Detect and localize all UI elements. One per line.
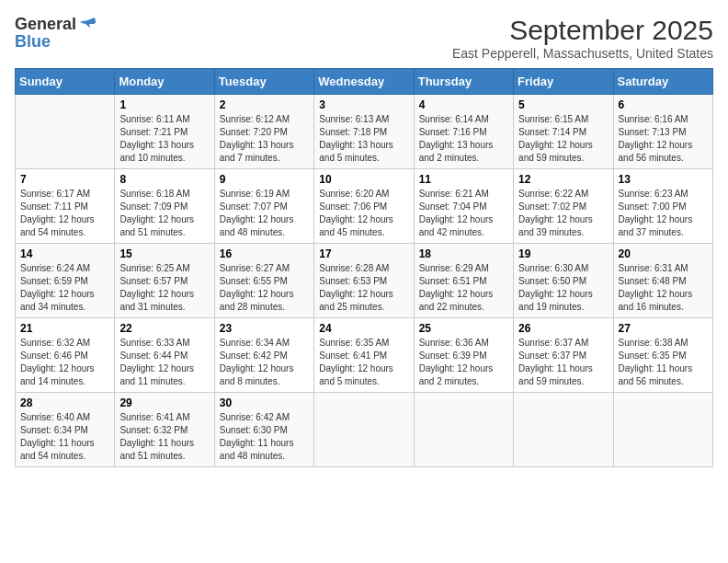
day-number: 17 (319, 247, 408, 260)
day-header-tuesday: Tuesday (214, 69, 313, 95)
calendar-cell: 15Sunrise: 6:25 AM Sunset: 6:57 PM Dayli… (115, 244, 214, 318)
calendar-week-row: 21Sunrise: 6:32 AM Sunset: 6:46 PM Dayli… (16, 318, 713, 393)
calendar-cell (414, 393, 513, 467)
day-info: Sunrise: 6:11 AM Sunset: 7:21 PM Dayligh… (119, 113, 209, 165)
day-number: 15 (119, 247, 209, 260)
day-info: Sunrise: 6:18 AM Sunset: 7:09 PM Dayligh… (119, 188, 209, 239)
day-info: Sunrise: 6:35 AM Sunset: 6:41 PM Dayligh… (319, 337, 408, 388)
day-info: Sunrise: 6:20 AM Sunset: 7:06 PM Dayligh… (319, 188, 408, 239)
calendar-cell: 23Sunrise: 6:34 AM Sunset: 6:42 PM Dayli… (214, 318, 313, 393)
day-number: 30 (220, 396, 309, 409)
day-info: Sunrise: 6:34 AM Sunset: 6:42 PM Dayligh… (220, 337, 309, 388)
calendar-header-row: SundayMondayTuesdayWednesdayThursdayFrid… (16, 69, 713, 95)
day-number: 26 (518, 322, 608, 335)
day-info: Sunrise: 6:38 AM Sunset: 6:35 PM Dayligh… (619, 337, 708, 388)
day-info: Sunrise: 6:21 AM Sunset: 7:04 PM Dayligh… (419, 188, 508, 239)
day-number: 11 (419, 173, 508, 186)
day-info: Sunrise: 6:33 AM Sunset: 6:44 PM Dayligh… (119, 337, 209, 388)
calendar-cell: 29Sunrise: 6:41 AM Sunset: 6:32 PM Dayli… (115, 393, 214, 467)
day-number: 28 (20, 396, 109, 409)
day-info: Sunrise: 6:40 AM Sunset: 6:34 PM Dayligh… (20, 411, 109, 463)
day-number: 20 (619, 247, 708, 260)
calendar-table: SundayMondayTuesdayWednesdayThursdayFrid… (15, 68, 713, 467)
month-title: September 2025 (452, 15, 713, 46)
calendar-cell: 3Sunrise: 6:13 AM Sunset: 7:18 PM Daylig… (314, 95, 414, 169)
day-info: Sunrise: 6:19 AM Sunset: 7:07 PM Dayligh… (220, 188, 309, 239)
calendar-cell: 9Sunrise: 6:19 AM Sunset: 7:07 PM Daylig… (214, 169, 313, 244)
location-subtitle: East Pepperell, Massachusetts, United St… (452, 46, 713, 61)
calendar-cell: 6Sunrise: 6:16 AM Sunset: 7:13 PM Daylig… (613, 95, 712, 169)
calendar-cell: 2Sunrise: 6:12 AM Sunset: 7:20 PM Daylig… (214, 95, 313, 169)
day-number: 9 (220, 173, 309, 186)
calendar-cell: 24Sunrise: 6:35 AM Sunset: 6:41 PM Dayli… (314, 318, 414, 393)
calendar-cell: 30Sunrise: 6:42 AM Sunset: 6:30 PM Dayli… (214, 393, 313, 467)
day-number: 19 (518, 247, 608, 260)
calendar-week-row: 7Sunrise: 6:17 AM Sunset: 7:11 PM Daylig… (16, 169, 713, 244)
calendar-cell: 11Sunrise: 6:21 AM Sunset: 7:04 PM Dayli… (414, 169, 513, 244)
day-info: Sunrise: 6:31 AM Sunset: 6:48 PM Dayligh… (619, 262, 708, 314)
header: General Blue September 2025 East Peppere… (15, 15, 713, 61)
calendar-cell (514, 393, 613, 467)
day-info: Sunrise: 6:17 AM Sunset: 7:11 PM Dayligh… (20, 188, 109, 239)
calendar-cell: 20Sunrise: 6:31 AM Sunset: 6:48 PM Dayli… (613, 244, 712, 318)
day-number: 5 (518, 98, 608, 111)
calendar-cell: 16Sunrise: 6:27 AM Sunset: 6:55 PM Dayli… (214, 244, 313, 318)
day-info: Sunrise: 6:23 AM Sunset: 7:00 PM Dayligh… (619, 188, 708, 239)
calendar-cell: 4Sunrise: 6:14 AM Sunset: 7:16 PM Daylig… (414, 95, 513, 169)
day-number: 2 (220, 98, 309, 111)
logo-blue-text: Blue (15, 32, 51, 51)
logo-general-text: General (15, 16, 76, 32)
day-number: 22 (119, 322, 209, 335)
day-number: 16 (220, 247, 309, 260)
day-number: 6 (619, 98, 708, 111)
day-number: 25 (419, 322, 508, 335)
calendar-cell: 27Sunrise: 6:38 AM Sunset: 6:35 PM Dayli… (613, 318, 712, 393)
day-number: 14 (20, 247, 109, 260)
calendar-cell: 5Sunrise: 6:15 AM Sunset: 7:14 PM Daylig… (514, 95, 613, 169)
day-number: 12 (518, 173, 608, 186)
day-info: Sunrise: 6:14 AM Sunset: 7:16 PM Dayligh… (419, 113, 508, 165)
day-number: 18 (419, 247, 508, 260)
calendar-week-row: 14Sunrise: 6:24 AM Sunset: 6:59 PM Dayli… (16, 244, 713, 318)
day-info: Sunrise: 6:15 AM Sunset: 7:14 PM Dayligh… (518, 113, 608, 165)
calendar-cell: 19Sunrise: 6:30 AM Sunset: 6:50 PM Dayli… (514, 244, 613, 318)
day-number: 3 (319, 98, 408, 111)
day-info: Sunrise: 6:29 AM Sunset: 6:51 PM Dayligh… (419, 262, 508, 314)
day-info: Sunrise: 6:37 AM Sunset: 6:37 PM Dayligh… (518, 337, 608, 388)
day-header-friday: Friday (514, 69, 613, 95)
day-info: Sunrise: 6:22 AM Sunset: 7:02 PM Dayligh… (518, 188, 608, 239)
day-number: 8 (119, 173, 209, 186)
logo: General Blue (15, 15, 97, 51)
calendar-week-row: 1Sunrise: 6:11 AM Sunset: 7:21 PM Daylig… (16, 95, 713, 169)
day-info: Sunrise: 6:25 AM Sunset: 6:57 PM Dayligh… (119, 262, 209, 314)
calendar-cell (613, 393, 712, 467)
day-number: 29 (119, 396, 209, 409)
day-number: 10 (319, 173, 408, 186)
day-number: 4 (419, 98, 508, 111)
calendar-cell: 7Sunrise: 6:17 AM Sunset: 7:11 PM Daylig… (16, 169, 115, 244)
day-info: Sunrise: 6:30 AM Sunset: 6:50 PM Dayligh… (518, 262, 608, 314)
day-info: Sunrise: 6:28 AM Sunset: 6:53 PM Dayligh… (319, 262, 408, 314)
day-number: 24 (319, 322, 408, 335)
calendar-cell: 28Sunrise: 6:40 AM Sunset: 6:34 PM Dayli… (16, 393, 115, 467)
day-number: 27 (619, 322, 708, 335)
day-number: 21 (20, 322, 109, 335)
day-header-thursday: Thursday (414, 69, 513, 95)
day-header-wednesday: Wednesday (314, 69, 414, 95)
day-number: 1 (119, 98, 209, 111)
calendar-cell: 26Sunrise: 6:37 AM Sunset: 6:37 PM Dayli… (514, 318, 613, 393)
calendar-cell: 12Sunrise: 6:22 AM Sunset: 7:02 PM Dayli… (514, 169, 613, 244)
calendar-cell: 13Sunrise: 6:23 AM Sunset: 7:00 PM Dayli… (613, 169, 712, 244)
calendar-cell: 22Sunrise: 6:33 AM Sunset: 6:44 PM Dayli… (115, 318, 214, 393)
calendar-cell (314, 393, 414, 467)
logo-bird-icon (78, 15, 97, 33)
calendar-cell: 18Sunrise: 6:29 AM Sunset: 6:51 PM Dayli… (414, 244, 513, 318)
calendar-cell: 1Sunrise: 6:11 AM Sunset: 7:21 PM Daylig… (115, 95, 214, 169)
day-info: Sunrise: 6:12 AM Sunset: 7:20 PM Dayligh… (220, 113, 309, 165)
day-info: Sunrise: 6:32 AM Sunset: 6:46 PM Dayligh… (20, 337, 109, 388)
day-info: Sunrise: 6:27 AM Sunset: 6:55 PM Dayligh… (220, 262, 309, 314)
day-header-sunday: Sunday (16, 69, 115, 95)
calendar-cell: 8Sunrise: 6:18 AM Sunset: 7:09 PM Daylig… (115, 169, 214, 244)
day-info: Sunrise: 6:42 AM Sunset: 6:30 PM Dayligh… (220, 411, 309, 463)
calendar-cell: 21Sunrise: 6:32 AM Sunset: 6:46 PM Dayli… (16, 318, 115, 393)
